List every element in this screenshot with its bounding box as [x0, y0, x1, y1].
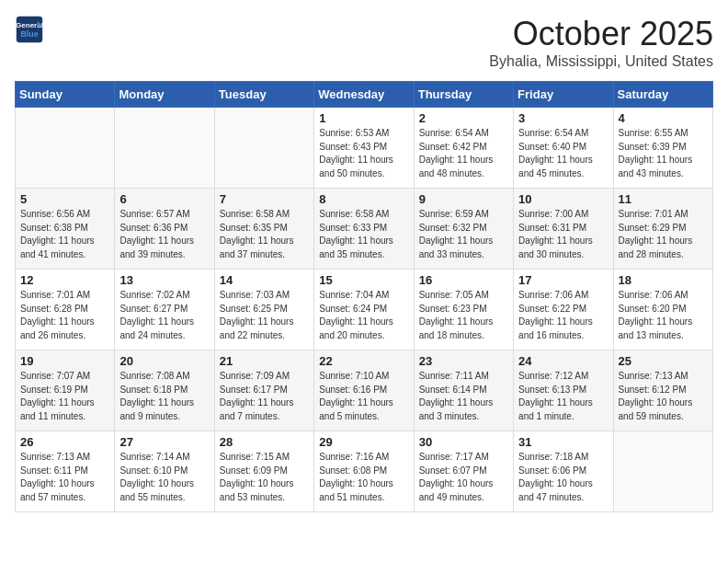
location: Byhalia, Mississippi, United States — [489, 53, 713, 70]
weekday-header-monday: Monday — [115, 82, 214, 108]
day-info: Sunrise: 7:07 AM Sunset: 6:19 PM Dayligh… — [20, 370, 109, 423]
day-number: 15 — [319, 273, 408, 287]
day-number: 17 — [518, 273, 608, 287]
day-info: Sunrise: 7:00 AM Sunset: 6:31 PM Dayligh… — [518, 208, 608, 261]
day-info: Sunrise: 7:02 AM Sunset: 6:27 PM Dayligh… — [119, 289, 209, 342]
calendar-cell: 22Sunrise: 7:10 AM Sunset: 6:16 PM Dayli… — [314, 350, 414, 431]
day-number: 21 — [220, 354, 309, 368]
day-number: 19 — [20, 354, 109, 368]
day-info: Sunrise: 6:59 AM Sunset: 6:32 PM Dayligh… — [419, 208, 508, 261]
day-number: 27 — [119, 435, 209, 449]
weekday-header-tuesday: Tuesday — [214, 82, 313, 108]
day-number: 3 — [518, 111, 608, 125]
calendar-cell: 24Sunrise: 7:12 AM Sunset: 6:13 PM Dayli… — [514, 350, 613, 431]
day-number: 30 — [419, 435, 508, 449]
calendar-week-1: 1Sunrise: 6:53 AM Sunset: 6:43 PM Daylig… — [16, 108, 713, 189]
calendar-cell: 1Sunrise: 6:53 AM Sunset: 6:43 PM Daylig… — [314, 108, 414, 189]
day-info: Sunrise: 6:56 AM Sunset: 6:38 PM Dayligh… — [20, 208, 109, 261]
day-number: 24 — [518, 354, 608, 368]
day-number: 8 — [319, 192, 408, 206]
weekday-header-wednesday: Wednesday — [314, 82, 414, 108]
day-info: Sunrise: 6:58 AM Sunset: 6:35 PM Dayligh… — [220, 208, 309, 261]
day-info: Sunrise: 7:08 AM Sunset: 6:18 PM Dayligh… — [119, 370, 209, 423]
day-number: 13 — [119, 273, 209, 287]
day-number: 26 — [20, 435, 109, 449]
day-info: Sunrise: 7:06 AM Sunset: 6:22 PM Dayligh… — [518, 289, 608, 342]
calendar-cell: 31Sunrise: 7:18 AM Sunset: 6:06 PM Dayli… — [514, 431, 613, 512]
calendar-week-4: 19Sunrise: 7:07 AM Sunset: 6:19 PM Dayli… — [16, 350, 713, 431]
day-info: Sunrise: 7:12 AM Sunset: 6:13 PM Dayligh… — [518, 370, 608, 423]
weekday-header-friday: Friday — [514, 82, 613, 108]
calendar-cell — [613, 431, 712, 512]
calendar-cell: 14Sunrise: 7:03 AM Sunset: 6:25 PM Dayli… — [214, 270, 313, 350]
calendar-cell: 28Sunrise: 7:15 AM Sunset: 6:09 PM Dayli… — [214, 431, 313, 512]
calendar-cell: 20Sunrise: 7:08 AM Sunset: 6:18 PM Dayli… — [115, 350, 214, 431]
calendar-cell — [115, 108, 214, 189]
day-info: Sunrise: 6:54 AM Sunset: 6:42 PM Dayligh… — [419, 127, 508, 180]
day-number: 14 — [220, 273, 309, 287]
title-block: October 2025 Byhalia, Mississippi, Unite… — [489, 15, 713, 70]
day-info: Sunrise: 7:13 AM Sunset: 6:12 PM Dayligh… — [619, 370, 708, 423]
calendar-cell: 8Sunrise: 6:58 AM Sunset: 6:33 PM Daylig… — [314, 189, 414, 270]
day-info: Sunrise: 6:55 AM Sunset: 6:39 PM Dayligh… — [619, 127, 708, 180]
day-info: Sunrise: 7:04 AM Sunset: 6:24 PM Dayligh… — [319, 289, 408, 342]
logo: General Blue — [15, 15, 44, 44]
day-info: Sunrise: 6:58 AM Sunset: 6:33 PM Dayligh… — [319, 208, 408, 261]
day-number: 29 — [319, 435, 408, 449]
day-info: Sunrise: 7:01 AM Sunset: 6:28 PM Dayligh… — [20, 289, 109, 342]
calendar-cell — [214, 108, 313, 189]
day-info: Sunrise: 6:54 AM Sunset: 6:40 PM Dayligh… — [518, 127, 608, 180]
calendar-cell: 10Sunrise: 7:00 AM Sunset: 6:31 PM Dayli… — [514, 189, 613, 270]
day-info: Sunrise: 7:14 AM Sunset: 6:10 PM Dayligh… — [119, 451, 209, 504]
weekday-header-saturday: Saturday — [613, 82, 712, 108]
calendar-cell: 2Sunrise: 6:54 AM Sunset: 6:42 PM Daylig… — [414, 108, 513, 189]
day-info: Sunrise: 7:17 AM Sunset: 6:07 PM Dayligh… — [419, 451, 508, 504]
day-number: 5 — [20, 192, 109, 206]
calendar-cell: 16Sunrise: 7:05 AM Sunset: 6:23 PM Dayli… — [414, 270, 513, 350]
day-info: Sunrise: 7:03 AM Sunset: 6:25 PM Dayligh… — [220, 289, 309, 342]
calendar-cell: 9Sunrise: 6:59 AM Sunset: 6:32 PM Daylig… — [414, 189, 513, 270]
calendar-cell: 23Sunrise: 7:11 AM Sunset: 6:14 PM Dayli… — [414, 350, 513, 431]
calendar-cell: 4Sunrise: 6:55 AM Sunset: 6:39 PM Daylig… — [613, 108, 712, 189]
day-number: 6 — [119, 192, 209, 206]
day-number: 22 — [319, 354, 408, 368]
day-info: Sunrise: 7:11 AM Sunset: 6:14 PM Dayligh… — [419, 370, 508, 423]
calendar-cell: 12Sunrise: 7:01 AM Sunset: 6:28 PM Dayli… — [16, 270, 115, 350]
calendar-cell: 30Sunrise: 7:17 AM Sunset: 6:07 PM Dayli… — [414, 431, 513, 512]
weekday-header-row: SundayMondayTuesdayWednesdayThursdayFrid… — [16, 82, 713, 108]
calendar-cell: 6Sunrise: 6:57 AM Sunset: 6:36 PM Daylig… — [115, 189, 214, 270]
calendar-cell: 15Sunrise: 7:04 AM Sunset: 6:24 PM Dayli… — [314, 270, 414, 350]
calendar-cell — [16, 108, 115, 189]
calendar-cell: 29Sunrise: 7:16 AM Sunset: 6:08 PM Dayli… — [314, 431, 414, 512]
calendar-cell: 13Sunrise: 7:02 AM Sunset: 6:27 PM Dayli… — [115, 270, 214, 350]
calendar-cell: 21Sunrise: 7:09 AM Sunset: 6:17 PM Dayli… — [214, 350, 313, 431]
weekday-header-sunday: Sunday — [16, 82, 115, 108]
day-number: 7 — [220, 192, 309, 206]
day-info: Sunrise: 7:13 AM Sunset: 6:11 PM Dayligh… — [20, 451, 109, 504]
day-number: 31 — [518, 435, 608, 449]
day-info: Sunrise: 7:09 AM Sunset: 6:17 PM Dayligh… — [220, 370, 309, 423]
day-number: 1 — [319, 111, 408, 125]
page-header: General Blue October 2025 Byhalia, Missi… — [15, 15, 713, 70]
calendar-cell: 17Sunrise: 7:06 AM Sunset: 6:22 PM Dayli… — [514, 270, 613, 350]
day-info: Sunrise: 7:06 AM Sunset: 6:20 PM Dayligh… — [619, 289, 708, 342]
calendar-cell: 11Sunrise: 7:01 AM Sunset: 6:29 PM Dayli… — [613, 189, 712, 270]
day-number: 4 — [619, 111, 708, 125]
day-number: 25 — [619, 354, 708, 368]
month-title: October 2025 — [489, 15, 713, 53]
day-info: Sunrise: 6:57 AM Sunset: 6:36 PM Dayligh… — [119, 208, 209, 261]
day-info: Sunrise: 7:16 AM Sunset: 6:08 PM Dayligh… — [319, 451, 408, 504]
calendar-cell: 3Sunrise: 6:54 AM Sunset: 6:40 PM Daylig… — [514, 108, 613, 189]
day-info: Sunrise: 7:18 AM Sunset: 6:06 PM Dayligh… — [518, 451, 608, 504]
day-number: 12 — [20, 273, 109, 287]
day-info: Sunrise: 7:05 AM Sunset: 6:23 PM Dayligh… — [419, 289, 508, 342]
calendar-table: SundayMondayTuesdayWednesdayThursdayFrid… — [15, 81, 713, 512]
day-info: Sunrise: 7:15 AM Sunset: 6:09 PM Dayligh… — [220, 451, 309, 504]
svg-text:Blue: Blue — [20, 29, 38, 39]
day-number: 23 — [419, 354, 508, 368]
day-number: 16 — [419, 273, 508, 287]
day-number: 11 — [619, 192, 708, 206]
calendar-cell: 5Sunrise: 6:56 AM Sunset: 6:38 PM Daylig… — [16, 189, 115, 270]
calendar-cell: 7Sunrise: 6:58 AM Sunset: 6:35 PM Daylig… — [214, 189, 313, 270]
day-number: 18 — [619, 273, 708, 287]
